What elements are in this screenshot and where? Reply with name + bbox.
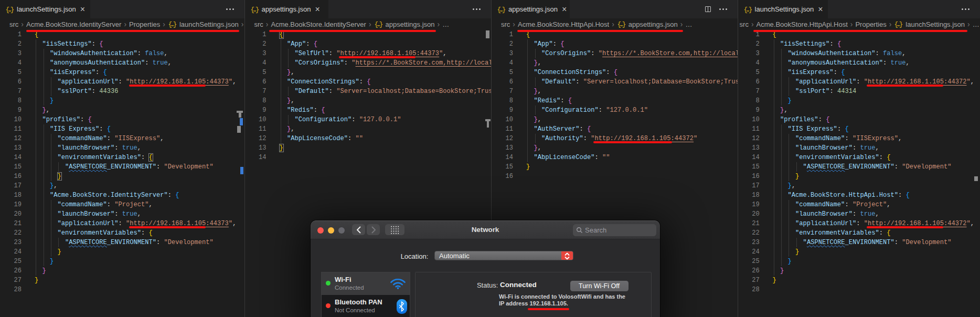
svg-text:}: }: [899, 21, 903, 28]
svg-text:{: {: [168, 21, 172, 28]
svg-text:}: }: [748, 6, 752, 14]
svg-text:}: }: [379, 21, 382, 28]
svg-text:{: {: [6, 6, 10, 14]
svg-text:{: {: [617, 21, 621, 28]
svg-text:{: {: [497, 6, 502, 14]
svg-text:{: {: [743, 6, 748, 14]
svg-text:}: }: [173, 21, 177, 28]
svg-text:{: {: [374, 21, 378, 28]
svg-text:}: }: [622, 21, 626, 28]
svg-text:}: }: [255, 6, 259, 14]
svg-text:{: {: [250, 6, 254, 14]
svg-text:}: }: [10, 6, 14, 14]
svg-text:{: {: [894, 21, 899, 28]
svg-text:}: }: [502, 6, 506, 14]
